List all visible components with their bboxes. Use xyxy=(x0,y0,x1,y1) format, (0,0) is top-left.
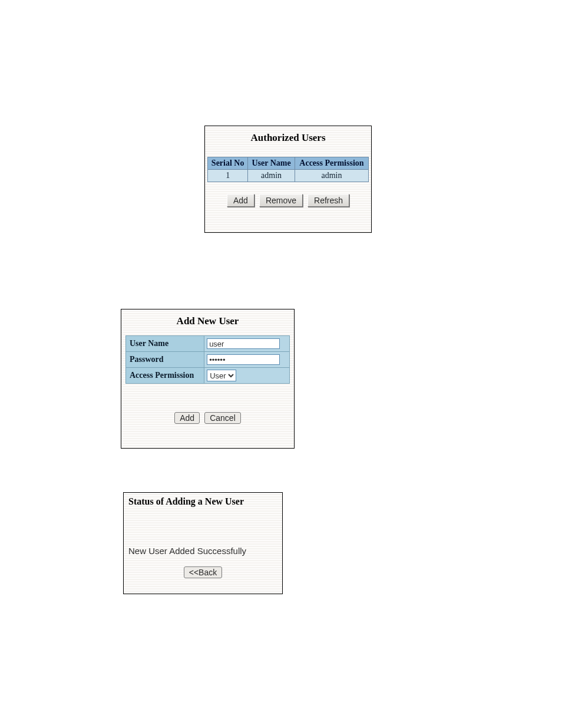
authorized-users-table: Serial No User Name Access Permission 1 … xyxy=(207,157,369,182)
table-row[interactable]: 1 admin admin xyxy=(208,170,369,182)
add-button[interactable]: Add xyxy=(227,194,254,207)
access-permission-select[interactable]: User xyxy=(207,370,236,381)
cell-user-name: admin xyxy=(248,170,295,182)
col-access-permission: Access Permission xyxy=(295,157,368,170)
back-button[interactable]: <<Back xyxy=(184,566,222,578)
authorized-users-title: Authorized Users xyxy=(205,126,371,157)
label-access-permission: Access Permission xyxy=(126,368,204,384)
status-button-row: <<Back xyxy=(124,566,282,578)
refresh-button[interactable]: Refresh xyxy=(308,194,349,207)
password-input[interactable] xyxy=(207,354,280,365)
add-new-user-panel: Add New User User Name Password Access P… xyxy=(121,309,295,449)
authorized-users-panel: Authorized Users Serial No User Name Acc… xyxy=(204,126,372,233)
cell-serial-no: 1 xyxy=(208,170,248,182)
add-submit-button[interactable]: Add xyxy=(174,412,200,424)
col-user-name: User Name xyxy=(248,157,295,170)
user-name-input[interactable] xyxy=(207,338,280,349)
status-message: New User Added Successfully xyxy=(124,512,282,562)
authorized-users-button-row: Add Remove Refresh xyxy=(205,194,371,207)
add-new-user-title: Add New User xyxy=(121,309,294,335)
status-title: Status of Adding a New User xyxy=(124,493,282,512)
add-new-user-button-row: Add Cancel xyxy=(121,412,294,424)
col-serial-no: Serial No xyxy=(208,157,248,170)
table-header-row: Serial No User Name Access Permission xyxy=(208,157,369,170)
add-new-user-form: User Name Password Access Permission Use… xyxy=(125,335,290,384)
cancel-button[interactable]: Cancel xyxy=(204,412,241,424)
status-panel: Status of Adding a New User New User Add… xyxy=(123,492,283,594)
label-user-name: User Name xyxy=(126,336,204,352)
cell-access-permission: admin xyxy=(295,170,368,182)
remove-button[interactable]: Remove xyxy=(259,194,303,207)
label-password: Password xyxy=(126,352,204,368)
